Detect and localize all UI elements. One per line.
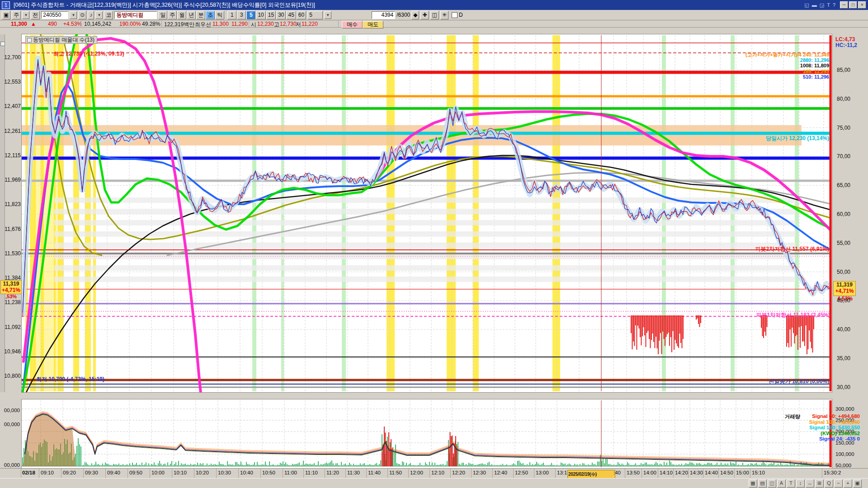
ma-value-label-2: 1008: 11,809 bbox=[800, 63, 829, 68]
timeframe-button-주[interactable]: 주 bbox=[168, 11, 177, 19]
ma-value-label-4: 510: 11,296 bbox=[803, 74, 829, 80]
buy-button[interactable]: 매수 bbox=[342, 21, 363, 28]
interval-button-15[interactable]: 15 bbox=[266, 11, 276, 19]
status-icon-4[interactable]: T bbox=[787, 479, 795, 488]
badge-price-right: 11,319 bbox=[834, 282, 855, 288]
time-label: 11:50 bbox=[389, 470, 402, 475]
status-icon-6[interactable]: ↔ bbox=[806, 479, 814, 488]
maximize-button[interactable]: □ bbox=[849, 1, 857, 9]
titlebar-control-0[interactable]: ◱ bbox=[804, 2, 809, 8]
price-axis-label: 11,384 bbox=[4, 275, 21, 281]
status-icon-3[interactable]: A bbox=[777, 479, 786, 488]
price-axis-label: 11,530 bbox=[4, 250, 21, 257]
status-toolbar-icons: ▦▤◫AT↕↔⊞Q−+▣ bbox=[749, 479, 862, 488]
open-label: 시 bbox=[251, 21, 256, 28]
collapse-icon[interactable] bbox=[0, 42, 5, 46]
window-buttons: ─□× bbox=[840, 1, 866, 9]
interval-button-10[interactable]: 10 bbox=[256, 11, 265, 19]
badge-pct: +4,71% bbox=[1, 287, 21, 293]
interval-button-30[interactable]: 30 bbox=[276, 11, 286, 19]
interval-button-60[interactable]: 60 bbox=[297, 11, 306, 19]
time-label: 14:30 bbox=[690, 470, 703, 475]
open-price-annotation: 당일시가 12,230 (13,14%) bbox=[766, 135, 829, 142]
titlebar-control-1[interactable]: ▬ bbox=[812, 2, 817, 8]
gear-icon[interactable]: ✳ bbox=[440, 11, 448, 19]
sell-button[interactable]: 매도 bbox=[363, 21, 383, 28]
period-combo[interactable]: 주 bbox=[12, 11, 21, 19]
time-label: 11:10 bbox=[305, 470, 318, 475]
bar-total-label: /6300 bbox=[396, 12, 410, 18]
time-label: 09:30 bbox=[85, 470, 98, 475]
save-icon[interactable]: ◫ bbox=[430, 11, 439, 19]
legend-entry-1: Signal 100: +429,640 bbox=[809, 419, 860, 425]
partial-pct-label: ,53% bbox=[5, 294, 17, 299]
status-icon-1[interactable]: ▤ bbox=[758, 479, 767, 488]
ma-value-label-3: 185: 11,293 bbox=[803, 69, 829, 74]
pct-axis-label: 80,00 bbox=[837, 96, 850, 102]
titlebar-control-2[interactable]: ◲ bbox=[820, 2, 824, 8]
search-icon[interactable]: ⊙ bbox=[78, 11, 86, 19]
time-label: 10:10 bbox=[174, 470, 187, 475]
period-combo-arrow[interactable]: ▼ bbox=[22, 11, 29, 19]
prev-stock-button[interactable]: 전 bbox=[31, 11, 40, 19]
stock-code-input[interactable]: 240550 bbox=[41, 11, 68, 19]
window-title: [0601] 주식종합차트 - 거래대금[122,319(백만)] 시가총액[2… bbox=[14, 1, 315, 9]
lower-right-axis-label: 50,000 bbox=[835, 463, 851, 468]
market-badge[interactable]: 코 bbox=[104, 11, 113, 19]
lower-legend: Signal 60: +494,680Signal 100: +429,640S… bbox=[809, 413, 860, 442]
line-chart-icon[interactable]: ✚ bbox=[420, 11, 429, 19]
time-label: 14:40 bbox=[705, 470, 718, 475]
interval-button-45[interactable]: 45 bbox=[286, 11, 296, 19]
trade-value: 122,319백만 bbox=[164, 21, 194, 28]
timeframe-button-초[interactable]: 초 bbox=[206, 11, 215, 19]
interval-combo[interactable]: 5 bbox=[307, 11, 323, 19]
chart-window-icon[interactable]: ▣ bbox=[2, 11, 10, 19]
status-icon-8[interactable]: Q bbox=[825, 479, 833, 488]
price-axis-label: 11,969 bbox=[4, 177, 21, 183]
current-price-badge-left: 11,319 +4,71% bbox=[0, 280, 22, 294]
candle-chart-icon[interactable]: ◆ bbox=[411, 11, 419, 19]
interval-buttons: 1351015304560 bbox=[227, 11, 306, 19]
d-checkbox[interactable] bbox=[452, 12, 458, 18]
time-label: 12:20 bbox=[452, 470, 465, 475]
interval-button-5[interactable]: 5 bbox=[246, 11, 255, 19]
timeframe-button-틱[interactable]: 틱 bbox=[215, 11, 224, 19]
main-chart-pane[interactable] bbox=[21, 34, 832, 393]
titlebar-control-4[interactable]: ? bbox=[833, 2, 835, 8]
pivot1-annotation: 피봇1차저항선 11,183 (3,45%) bbox=[756, 311, 830, 319]
close-button[interactable]: × bbox=[858, 1, 866, 9]
indicator-checkbox-icon[interactable] bbox=[27, 38, 32, 42]
interval-button-1[interactable]: 1 bbox=[227, 11, 236, 19]
price-change: 490 bbox=[48, 21, 57, 27]
timeframe-button-분[interactable]: 분 bbox=[196, 11, 205, 19]
day-high-annotation: 최고 12,730 (-11,23%, 09:13) bbox=[53, 50, 124, 58]
high-price: 12,730 bbox=[280, 21, 297, 27]
minimize-button[interactable]: ─ bbox=[840, 1, 848, 9]
stock-code-combo-arrow[interactable]: ▼ bbox=[70, 11, 77, 19]
status-icon-2[interactable]: ◫ bbox=[768, 479, 776, 488]
sound-icon[interactable]: ♪ bbox=[88, 11, 94, 19]
status-icon-5[interactable]: ↕ bbox=[796, 479, 805, 488]
timeframe-button-년[interactable]: 년 bbox=[187, 11, 196, 19]
lower-chart-pane[interactable] bbox=[21, 399, 832, 469]
status-icon-7[interactable]: ⊞ bbox=[815, 479, 824, 488]
titlebar-control-3[interactable]: T bbox=[827, 2, 830, 8]
interval-button-3[interactable]: 3 bbox=[237, 11, 246, 19]
time-label: 11:20 bbox=[326, 470, 339, 475]
pct-axis-label: 75,00 bbox=[837, 125, 850, 131]
lower-right-axis-label: 300,000 bbox=[835, 406, 854, 412]
bar-position-field[interactable]: 4394 bbox=[372, 11, 395, 19]
status-icon-0[interactable]: ▦ bbox=[749, 479, 757, 488]
timeframe-button-월[interactable]: 월 bbox=[177, 11, 186, 19]
status-icon-10[interactable]: + bbox=[844, 479, 852, 488]
status-icon-11[interactable]: ▣ bbox=[853, 479, 862, 488]
interval-combo-arrow[interactable]: ▼ bbox=[324, 11, 331, 19]
indicator-label-box[interactable]: 동방메디컬 매물대 수(13) bbox=[25, 36, 97, 44]
timeframe-button-일[interactable]: 일 bbox=[158, 11, 167, 19]
price-axis-label: 11,092 bbox=[4, 324, 21, 330]
time-label: 14:00 bbox=[643, 470, 656, 475]
time-axis: 02/18 2025/02/19(수) 13:28:30 09:1009:200… bbox=[0, 468, 868, 478]
status-icon-9[interactable]: − bbox=[834, 479, 843, 488]
time-label: 15:10 bbox=[752, 470, 765, 475]
sound-combo-arrow[interactable]: ▼ bbox=[95, 11, 103, 19]
